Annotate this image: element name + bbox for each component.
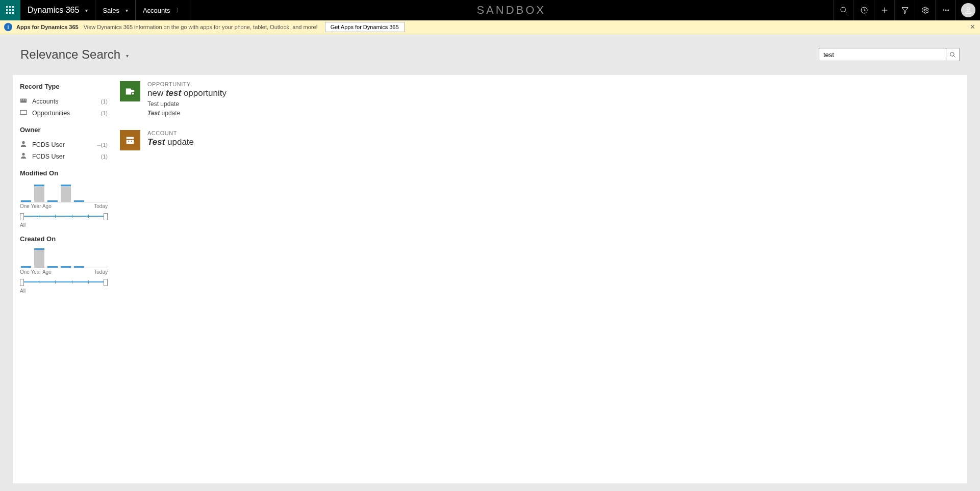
- result-title: Test update: [147, 137, 194, 147]
- slider-handle-right[interactable]: [104, 279, 108, 286]
- svg-rect-4: [9, 9, 11, 11]
- facet-item-label: FCDS User: [32, 153, 65, 160]
- waffle-icon: [6, 6, 14, 14]
- app-launcher-button[interactable]: [0, 0, 20, 20]
- facet-item-label: Accounts: [32, 98, 58, 105]
- date-range-slider[interactable]: [20, 212, 108, 221]
- more-horizontal-icon: [942, 6, 950, 14]
- date-range-slider[interactable]: [20, 278, 108, 287]
- get-apps-button[interactable]: Get Apps for Dynamics 365: [325, 22, 405, 32]
- breadcrumb-label: Accounts: [143, 7, 170, 14]
- close-notification-button[interactable]: ×: [970, 22, 975, 32]
- more-button[interactable]: [935, 0, 956, 20]
- svg-rect-6: [6, 12, 8, 14]
- svg-rect-32: [127, 137, 134, 139]
- notification-message: View Dynamics 365 information on the go …: [84, 24, 318, 30]
- histogram-bar: [21, 266, 31, 268]
- histogram-range-left: One Year Ago: [20, 203, 52, 209]
- gear-icon: [921, 6, 929, 14]
- filter-button[interactable]: [894, 0, 915, 20]
- recent-button[interactable]: [853, 0, 874, 20]
- brand-label: Dynamics 365: [28, 6, 79, 15]
- facet-record-type-opportunities[interactable]: Opportunities (1): [20, 107, 108, 119]
- facet-owner-label: Owner: [20, 126, 108, 134]
- svg-point-27: [22, 141, 24, 144]
- facet-record-type-accounts[interactable]: Accounts (1): [20, 95, 108, 107]
- search-submit-button[interactable]: [946, 48, 960, 61]
- global-actions: [833, 0, 980, 20]
- search-icon: [840, 6, 848, 14]
- svg-rect-26: [20, 111, 27, 115]
- result-title: new test opportunity: [147, 88, 227, 98]
- result-snippet: Test update: [147, 110, 227, 117]
- facet-owner-item[interactable]: FCDS User (1): [20, 150, 108, 162]
- svg-rect-2: [12, 6, 14, 8]
- histogram-bar: [61, 266, 71, 268]
- search-results: OPPORTUNITY new test opportunity Test up…: [115, 75, 967, 483]
- slider-all-label: All: [20, 288, 108, 294]
- settings-button[interactable]: [915, 0, 935, 20]
- svg-point-17: [945, 10, 946, 11]
- facet-modified-label: Modified On: [20, 169, 108, 177]
- opportunity-icon: [120, 81, 140, 101]
- svg-rect-35: [131, 141, 132, 142]
- search-box: [819, 48, 960, 61]
- plus-icon: [881, 6, 889, 14]
- facet-item-label: Opportunities: [32, 110, 70, 117]
- svg-rect-25: [25, 99, 26, 100]
- histogram-bar: [47, 200, 58, 202]
- breadcrumb[interactable]: Accounts 〉: [136, 0, 189, 20]
- module-menu[interactable]: Sales ▾: [95, 0, 136, 20]
- search-input[interactable]: [819, 48, 946, 61]
- chevron-down-icon: ▾: [125, 8, 128, 13]
- slider-handle-left[interactable]: [20, 213, 24, 220]
- histogram-bar: [34, 248, 44, 268]
- svg-point-20: [950, 52, 954, 56]
- avatar-icon: [961, 3, 975, 17]
- info-icon: i: [4, 23, 12, 31]
- search-button[interactable]: [833, 0, 853, 20]
- svg-point-15: [924, 9, 926, 11]
- svg-rect-8: [12, 12, 14, 14]
- svg-rect-34: [128, 141, 129, 142]
- histogram-bar: [74, 266, 84, 268]
- histogram-bar: [74, 200, 84, 202]
- search-result-account[interactable]: ACCOUNT Test update: [120, 130, 962, 150]
- result-type-label: OPPORTUNITY: [147, 81, 227, 87]
- svg-point-19: [967, 8, 969, 10]
- facet-item-label: FCDS User: [32, 141, 65, 148]
- facet-sidebar: Record Type Accounts (1) Opportunities (…: [13, 75, 115, 483]
- slider-all-label: All: [20, 222, 108, 228]
- page-header: Relevance Search ▾: [0, 34, 980, 75]
- slider-handle-left[interactable]: [20, 279, 24, 286]
- chevron-right-icon: 〉: [176, 7, 182, 14]
- brand-menu[interactable]: Dynamics 365 ▾: [20, 0, 95, 20]
- facet-item-count: --(1): [97, 142, 108, 148]
- slider-handle-right[interactable]: [104, 213, 108, 220]
- histogram-bar: [34, 185, 44, 202]
- page-title-label: Relevance Search: [20, 47, 120, 61]
- account-icon: [120, 130, 140, 150]
- environment-badge: SANDBOX: [189, 0, 833, 20]
- folder-icon: [20, 109, 29, 117]
- page-title[interactable]: Relevance Search ▾: [20, 47, 129, 62]
- svg-rect-33: [127, 140, 134, 144]
- facet-item-count: (1): [101, 98, 108, 105]
- svg-line-21: [953, 56, 955, 57]
- svg-rect-1: [9, 6, 11, 8]
- notification-title: Apps for Dynamics 365: [16, 24, 79, 30]
- new-button[interactable]: [874, 0, 894, 20]
- search-result-opportunity[interactable]: OPPORTUNITY new test opportunity Test up…: [120, 81, 962, 117]
- facet-owner-item[interactable]: FCDS User --(1): [20, 139, 108, 150]
- user-avatar[interactable]: [956, 0, 980, 20]
- histogram-range-left: One Year Ago: [20, 269, 52, 275]
- svg-rect-0: [6, 6, 8, 8]
- created-on-histogram: One Year Ago Today All: [20, 248, 108, 294]
- module-label: Sales: [103, 7, 119, 14]
- svg-rect-22: [20, 99, 27, 103]
- svg-point-18: [947, 10, 948, 11]
- person-icon: [20, 141, 29, 148]
- svg-point-16: [943, 10, 944, 11]
- global-nav: Dynamics 365 ▾ Sales ▾ Accounts 〉 SANDBO…: [0, 0, 980, 20]
- funnel-icon: [901, 6, 909, 14]
